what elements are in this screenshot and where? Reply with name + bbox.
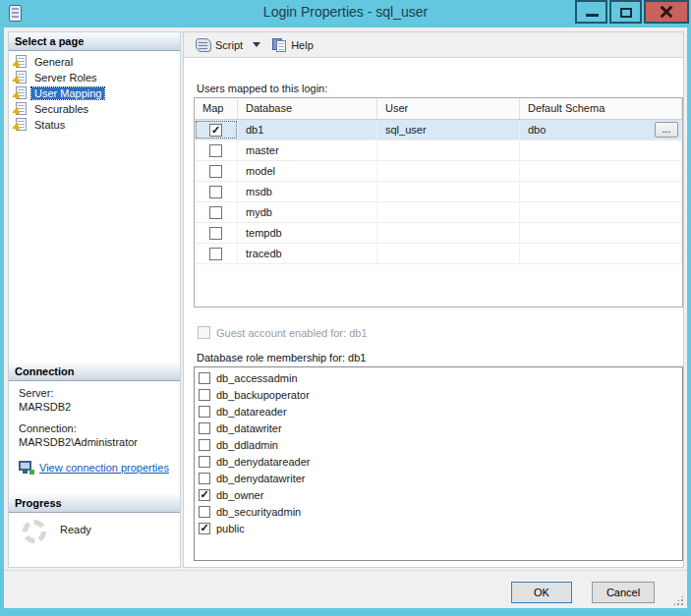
help-button[interactable]: Help bbox=[268, 34, 317, 56]
sidebar-item-label: Server Roles bbox=[31, 72, 100, 84]
role-checkbox[interactable] bbox=[199, 372, 210, 384]
role-item-db_denydatareader[interactable]: db_denydatareader bbox=[199, 454, 682, 470]
default-schema-cell[interactable]: dbo... bbox=[520, 120, 682, 140]
role-checkbox[interactable] bbox=[199, 523, 210, 534]
database-cell[interactable]: tempdb bbox=[238, 223, 377, 243]
guest-account-label: Guest account enabled for: db1 bbox=[216, 327, 368, 339]
role-checkbox[interactable] bbox=[199, 489, 210, 501]
map-checkbox[interactable] bbox=[209, 248, 222, 260]
role-item-db_backupoperator[interactable]: db_backupoperator bbox=[199, 387, 682, 403]
sidebar-item-securables[interactable]: Securables bbox=[9, 101, 180, 117]
column-header-database[interactable]: Database bbox=[238, 98, 377, 119]
window-controls bbox=[573, 0, 689, 24]
map-checkbox[interactable] bbox=[209, 206, 222, 219]
column-header-map[interactable]: Map bbox=[195, 98, 238, 119]
connection-header: Connection bbox=[9, 363, 180, 381]
sidebar-item-label: General bbox=[31, 56, 76, 68]
dialog-body: Select a page GeneralServer RolesUser Ma… bbox=[4, 28, 687, 608]
browse-schema-button[interactable]: ... bbox=[655, 122, 678, 138]
default-schema-cell[interactable] bbox=[520, 223, 682, 243]
guest-account-checkbox bbox=[198, 326, 210, 339]
cancel-button[interactable]: Cancel bbox=[592, 582, 655, 603]
map-checkbox[interactable] bbox=[209, 144, 222, 157]
user-cell[interactable] bbox=[377, 161, 520, 181]
role-item-db_datawriter[interactable]: db_datawriter bbox=[199, 420, 682, 436]
progress-status: Ready bbox=[60, 524, 91, 535]
database-cell[interactable]: master bbox=[238, 140, 377, 160]
map-checkbox[interactable] bbox=[209, 227, 222, 240]
default-schema-cell[interactable] bbox=[520, 161, 682, 181]
default-schema-cell[interactable] bbox=[520, 182, 682, 201]
role-item-db_owner[interactable]: db_owner bbox=[199, 487, 682, 503]
connection-label: Connection: bbox=[19, 421, 176, 435]
column-header-user[interactable]: User bbox=[377, 98, 520, 119]
database-cell[interactable]: msdb bbox=[238, 182, 377, 201]
minimize-button[interactable] bbox=[575, 0, 607, 24]
page-list: GeneralServer RolesUser MappingSecurable… bbox=[9, 54, 180, 133]
table-row[interactable]: tempdb bbox=[195, 223, 682, 244]
role-item-db_securityadmin[interactable]: db_securityadmin bbox=[199, 504, 682, 520]
user-cell[interactable] bbox=[377, 202, 520, 222]
role-name: db_accessadmin bbox=[216, 372, 298, 384]
role-list[interactable]: db_accessadmindb_backupoperatordb_datare… bbox=[194, 366, 683, 561]
table-row[interactable]: tracedb bbox=[195, 244, 682, 264]
role-checkbox[interactable] bbox=[199, 439, 210, 451]
role-checkbox[interactable] bbox=[199, 389, 210, 401]
sidebar-item-label: Status bbox=[31, 119, 68, 131]
sidebar-item-user-mapping[interactable]: User Mapping bbox=[9, 85, 180, 101]
select-a-page-header: Select a page bbox=[9, 32, 180, 51]
close-button[interactable] bbox=[644, 0, 689, 24]
role-item-db_datareader[interactable]: db_datareader bbox=[199, 404, 682, 420]
table-row[interactable]: db1sql_userdbo... bbox=[195, 120, 682, 140]
login-properties-window: Login Properties - sql_user Select a pag… bbox=[0, 0, 691, 616]
role-name: db_owner bbox=[216, 489, 263, 501]
table-row[interactable]: master bbox=[195, 140, 682, 161]
minimize-icon bbox=[586, 14, 599, 17]
titlebar: Login Properties - sql_user bbox=[0, 0, 691, 28]
table-row[interactable]: msdb bbox=[195, 182, 682, 202]
sidebar-item-status[interactable]: Status bbox=[9, 117, 180, 133]
database-cell[interactable]: tracedb bbox=[238, 244, 377, 263]
view-connection-properties[interactable]: View connection properties bbox=[19, 461, 176, 475]
database-cell[interactable]: db1 bbox=[238, 120, 377, 140]
role-item-db_ddladmin[interactable]: db_ddladmin bbox=[199, 437, 682, 453]
user-mapping-grid[interactable]: Map Database User Default Schema db1sql_… bbox=[194, 97, 683, 308]
map-checkbox[interactable] bbox=[209, 186, 222, 198]
script-dropdown-arrow-icon[interactable] bbox=[253, 42, 260, 47]
resize-grip[interactable] bbox=[672, 594, 684, 606]
role-checkbox[interactable] bbox=[199, 456, 210, 468]
view-connection-properties-link[interactable]: View connection properties bbox=[39, 461, 169, 475]
role-checkbox[interactable] bbox=[199, 506, 210, 518]
table-row[interactable]: model bbox=[195, 161, 682, 182]
role-item-db_denydatawriter[interactable]: db_denydatawriter bbox=[199, 471, 682, 486]
database-cell[interactable]: mydb bbox=[238, 202, 377, 222]
sidebar-item-server-roles[interactable]: Server Roles bbox=[9, 70, 180, 85]
progress-spinner-icon bbox=[23, 520, 46, 543]
roles-membership-label: Database role membership for: db1 bbox=[197, 352, 366, 364]
default-schema-cell[interactable] bbox=[520, 244, 682, 263]
ok-button[interactable]: OK bbox=[511, 582, 572, 603]
user-cell[interactable] bbox=[377, 140, 520, 160]
database-cell[interactable]: model bbox=[238, 161, 377, 181]
role-checkbox[interactable] bbox=[199, 406, 210, 418]
user-cell[interactable] bbox=[377, 182, 520, 201]
script-button[interactable]: Script bbox=[192, 34, 247, 56]
role-name: db_ddladmin bbox=[216, 439, 278, 451]
role-checkbox[interactable] bbox=[199, 422, 210, 434]
role-item-public[interactable]: public bbox=[199, 521, 682, 536]
main-panel: Script Help Users mapped to this login: … bbox=[183, 31, 684, 568]
default-schema-cell[interactable] bbox=[520, 140, 682, 160]
user-cell[interactable] bbox=[377, 244, 520, 263]
role-checkbox[interactable] bbox=[199, 473, 210, 484]
table-row[interactable]: mydb bbox=[195, 202, 682, 223]
map-checkbox[interactable] bbox=[209, 124, 222, 137]
role-item-db_accessadmin[interactable]: db_accessadmin bbox=[199, 370, 682, 386]
column-header-default-schema[interactable]: Default Schema bbox=[520, 98, 682, 119]
maximize-button[interactable] bbox=[609, 0, 642, 24]
user-cell[interactable] bbox=[377, 223, 520, 243]
default-schema-cell[interactable] bbox=[520, 202, 682, 222]
close-icon bbox=[646, 2, 687, 22]
user-cell[interactable]: sql_user bbox=[377, 120, 520, 140]
map-checkbox[interactable] bbox=[209, 165, 222, 178]
sidebar-item-general[interactable]: General bbox=[9, 54, 180, 70]
